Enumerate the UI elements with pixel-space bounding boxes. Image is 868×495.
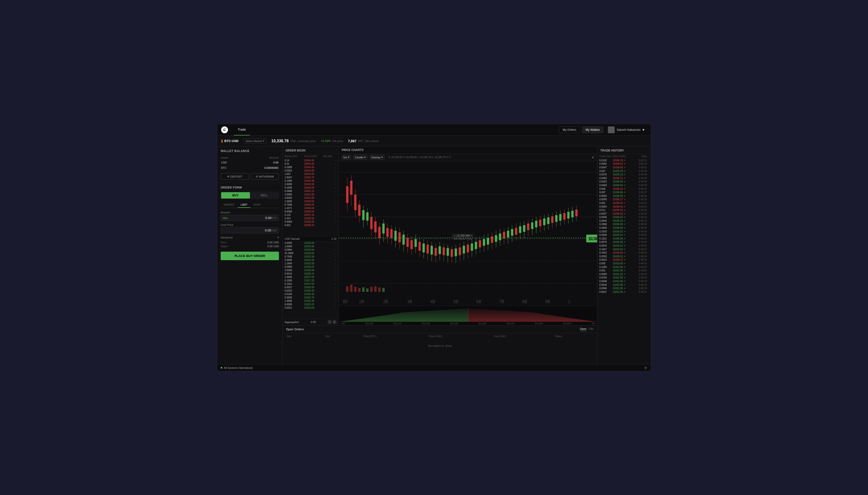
bid-row[interactable]: 6.000010325.25-: [283, 303, 339, 306]
ask-row[interactable]: 2.000010341.95-: [283, 193, 339, 196]
amount-input[interactable]: [228, 216, 272, 220]
max-label[interactable]: Max: [223, 217, 228, 220]
bid-row[interactable]: 4.004510335.05-: [283, 241, 339, 245]
bid-row[interactable]: 2.500010334.95-: [283, 245, 339, 248]
candlestick-chart[interactable]: $10,336.78 9/13 1:00 2:00 3:00 4:00 5:00…: [339, 161, 597, 306]
ask-row[interactable]: 0.299910344.35-: [283, 166, 339, 169]
ask-row[interactable]: 0.100010342.65-: [283, 186, 339, 189]
ask-row[interactable]: 2.000010342.85-: [283, 183, 339, 186]
trade-row[interactable]: 0.109410332.96 ↗9:48:53: [597, 265, 651, 269]
ask-row[interactable]: 0.068810342.15-: [283, 189, 339, 193]
trade-row[interactable]: 0.046310336.71 ↗9:49:48: [597, 176, 651, 180]
sell-button[interactable]: SELL: [250, 192, 279, 199]
chart-type-select[interactable]: Candle ▾: [353, 155, 367, 160]
trade-row[interactable]: 0.046310336.05 ↗9:49:48: [597, 184, 651, 187]
trade-row[interactable]: 0.008310331.02 ↗9:48:43: [597, 272, 651, 276]
stop-mode-button[interactable]: STOP: [250, 202, 264, 208]
trade-row[interactable]: 0.00110332.95 ↗9:48:50: [597, 269, 651, 272]
trade-row[interactable]: 0.002410335.01 ↗9:49:01: [597, 244, 651, 248]
trade-row[interactable]: 0.002710331.95 ↗9:48:22: [597, 290, 651, 294]
trade-row[interactable]: 0.002310336.42 ↗9:48:53: [597, 258, 651, 262]
trade-row[interactable]: 0.009310336.27 ↗9:49:28: [597, 198, 651, 202]
agg-decrease-button[interactable]: −: [328, 320, 332, 324]
trade-row[interactable]: 0.009310336.69 ↗9:49:30: [597, 194, 651, 198]
trade-row[interactable]: 0.01110336.42 ↗9:49:20: [597, 208, 651, 212]
trade-row[interactable]: 0.002310336.05 ↗9:49:48: [597, 180, 651, 184]
ask-row[interactable]: 1.004710343.75-: [283, 176, 339, 179]
trade-row[interactable]: 0.182110336.98 ↗9:49:02: [597, 237, 651, 240]
trade-row[interactable]: 0.095210336.81 ↗9:50:14: [597, 162, 651, 166]
trade-row[interactable]: 0.023410332.95 ↗9:48:28: [597, 276, 651, 280]
chart-expand-icon[interactable]: ▶: [592, 156, 594, 159]
trade-row[interactable]: 0.293310339.25 ↗9:49:06: [597, 230, 651, 233]
trade-row[interactable]: 0.005410338.46 ↗9:49:20: [597, 205, 651, 208]
bid-row[interactable]: 3.000010331.00-: [283, 258, 339, 262]
ask-row[interactable]: 1.00710344.00-: [283, 172, 339, 176]
trade-row[interactable]: 0.00710336.66 ↗9:49:37: [597, 190, 651, 194]
trade-row[interactable]: 0.007610335.13 ↗9:49:48: [597, 173, 651, 176]
trade-row[interactable]: 0.004610336.42 ↗9:49:19: [597, 216, 651, 219]
app-logo[interactable]: C: [221, 126, 228, 133]
order-book-bids[interactable]: 4.004510335.05- 2.500010334.95- 0.098410…: [283, 241, 339, 319]
trade-row[interactable]: 0.400010336.80 ↗9:49:06: [597, 226, 651, 230]
limit-mode-button[interactable]: LIMIT: [238, 202, 250, 208]
ask-row[interactable]: 0.13210337.35-: [283, 213, 339, 217]
bid-row[interactable]: 0.001010328.15-: [283, 272, 339, 275]
ask-row[interactable]: 3.1410344.45-: [283, 158, 339, 162]
trade-row[interactable]: 0.00510336.42 ↗9:49:42: [597, 187, 651, 191]
order-book-asks[interactable]: 3.1410344.45- 0.0110344.40- 0.299910344.…: [283, 158, 339, 236]
trade-row[interactable]: 0.004810332.95 ↗9:48:28: [597, 279, 651, 283]
bid-row[interactable]: 0.100010327.25-: [283, 279, 339, 282]
market-select[interactable]: Select Market ▾: [244, 138, 266, 143]
bid-row[interactable]: 3.026810329.00-: [283, 269, 339, 272]
trade-row[interactable]: 0.010210336.78 ↗9:50:15: [597, 158, 651, 162]
withdraw-button[interactable]: ⊖ WITHDRAW: [251, 173, 279, 180]
bid-row[interactable]: 0.002110324.50-: [283, 306, 339, 310]
my-wallets-button[interactable]: My Wallets: [582, 126, 604, 133]
bid-row[interactable]: 0.098410333.50-: [283, 248, 339, 252]
deposit-button[interactable]: ⊕ DEPOSIT: [220, 173, 249, 180]
place-order-button[interactable]: PLACE BUY ORDER: [220, 252, 279, 260]
my-orders-button[interactable]: My Orders: [559, 126, 580, 133]
user-menu[interactable]: Satoshi Nakamoto ▾: [605, 125, 647, 134]
open-orders-fills-tab[interactable]: Fills: [589, 327, 594, 331]
bid-row[interactable]: 0.002310326.40-: [283, 289, 339, 293]
ask-row[interactable]: 0.000010336.35-: [283, 220, 339, 223]
bid-row[interactable]: 0.003710326.50-: [283, 286, 339, 289]
tab-trade[interactable]: Trade: [234, 124, 250, 135]
bid-row[interactable]: 0.050010325.75-: [283, 296, 339, 300]
trade-row[interactable]: 0.00110336.42 ↗9:49:26: [597, 201, 651, 205]
trade-row[interactable]: 0.007610335.00 ↗9:49:02: [597, 240, 651, 244]
trade-row[interactable]: 0.035310333.01 ↗9:48:54: [597, 255, 651, 258]
bid-row[interactable]: 25.300010333.00-: [283, 252, 339, 255]
ask-row[interactable]: 1.437110340.00-: [283, 206, 339, 210]
overlay-select[interactable]: Overlay ▾: [370, 155, 384, 160]
advanced-toggle[interactable]: Advanced ▾: [220, 236, 279, 239]
ask-row[interactable]: 5.60110336.30-: [283, 223, 339, 227]
buy-button[interactable]: BUY: [221, 192, 250, 199]
limit-price-input[interactable]: [223, 228, 271, 232]
ask-row[interactable]: 0.592210344.30-: [283, 169, 339, 172]
trade-row[interactable]: 0.001610332.95 ↗9:48:24: [597, 283, 651, 287]
settings-icon[interactable]: ⚙: [644, 366, 648, 370]
bid-row[interactable]: 1.000010325.45-: [283, 300, 339, 303]
bid-row[interactable]: 1.000010327.95-: [283, 275, 339, 279]
trade-row[interactable]: 0.004510339.33 ↗9:49:13: [597, 219, 651, 223]
ask-row[interactable]: 0.0110344.40-: [283, 162, 339, 166]
trade-row[interactable]: 0.00710335.29 ↗9:49:49: [597, 169, 651, 173]
timeframe-select[interactable]: 5m ▾: [342, 155, 351, 160]
trade-row[interactable]: 0.002710338.63 ↗9:49:20: [597, 212, 651, 216]
ask-row[interactable]: 3.000010339.25-: [283, 210, 339, 213]
trade-row[interactable]: 0.004710338.05 ↗9:50:02: [597, 166, 651, 169]
trade-row[interactable]: 0.344210336.84 ↗9:48:54: [597, 251, 651, 255]
bid-row[interactable]: 0.099910329.25-: [283, 265, 339, 269]
market-mode-button[interactable]: MARKET: [220, 202, 238, 208]
ask-row[interactable]: 0.600010341.80-: [283, 196, 339, 200]
ask-row[interactable]: 1.000010340.65-: [283, 200, 339, 203]
trade-row[interactable]: 0.00510333.00 ↗9:48:53: [597, 262, 651, 265]
bid-row[interactable]: 0.759910332.90-: [283, 255, 339, 258]
ask-row[interactable]: 0.109010342.90-: [283, 179, 339, 183]
bid-row[interactable]: 0.102210327.50-: [283, 282, 339, 286]
trade-row[interactable]: 0.004610335.54 ↗9:49:06: [597, 233, 651, 237]
agg-increase-button[interactable]: +: [332, 320, 337, 324]
